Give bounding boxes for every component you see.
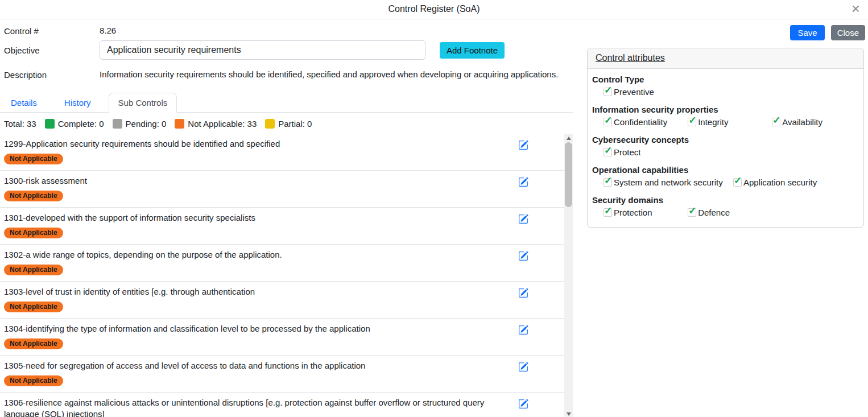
checkmark-icon: ✓ [604, 176, 612, 185]
legend-item: Complete: 0 [45, 119, 104, 129]
tab-sub-controls[interactable]: Sub Controls [109, 93, 177, 113]
checkmark-icon: ✓ [688, 206, 696, 216]
status-badge: Not Applicable [4, 265, 63, 275]
status-badge: Not Applicable [4, 228, 63, 238]
legend-item: Pending: 0 [113, 119, 167, 129]
attribute-items: ✓ Protection ✓ Defence [592, 208, 859, 217]
total-count: Total: 33 [4, 119, 36, 129]
sub-control-title: 1300-risk assessment [4, 175, 564, 187]
attribute-section-heading: Information security properties [592, 104, 859, 115]
checked-checkbox-icon[interactable]: ✓ [604, 148, 612, 156]
edit-icon[interactable] [518, 362, 528, 372]
control-number-value: 8.26 [100, 26, 116, 35]
description-label: Description [4, 69, 100, 80]
attribute-item-label: Defence [698, 208, 730, 217]
tab-details[interactable]: Details [1, 93, 47, 113]
legend-item: Partial: 0 [265, 119, 312, 129]
sub-controls-list: 1299-Application security requirements s… [0, 134, 573, 417]
attribute-item: ✓ Availability [772, 117, 846, 127]
checkmark-icon: ✓ [688, 115, 696, 125]
sub-control-row: 1301-developed with the support of infor… [0, 208, 564, 245]
scroll-up-icon[interactable] [564, 134, 573, 142]
sub-control-row: 1305-need for segregation of access and … [0, 356, 564, 393]
attribute-item-label: System and network security [614, 177, 723, 187]
attributes-panel-body: Control Type ✓ Preventive [588, 69, 863, 227]
attribute-items: ✓ Preventive [592, 87, 859, 97]
sub-control-row: 1302-a wide range of topics, depending o… [0, 245, 564, 282]
tab-history[interactable]: History [55, 93, 101, 113]
objective-input[interactable] [100, 40, 425, 60]
checked-checkbox-icon[interactable]: ✓ [604, 208, 612, 217]
attribute-section-heading: Security domains [592, 195, 859, 205]
close-button[interactable]: Close [831, 25, 865, 40]
attribute-item: ✓ System and network security [604, 177, 723, 187]
checked-checkbox-icon[interactable]: ✓ [688, 118, 696, 126]
modal-header: Control Register (SoA) × [0, 0, 868, 19]
sub-control-rows: 1299-Application security requirements s… [0, 134, 564, 417]
attributes-panel-header: Control attributes [588, 48, 863, 69]
checkmark-icon: ✓ [604, 115, 612, 125]
checked-checkbox-icon[interactable]: ✓ [604, 88, 612, 96]
edit-icon[interactable] [518, 251, 528, 261]
modal-body: Save Close Control # 8.26 Objective Add … [0, 19, 868, 417]
scroll-down-icon[interactable] [564, 410, 573, 417]
attribute-item-label: Protect [614, 147, 641, 157]
scrollbar[interactable] [564, 134, 573, 417]
attributes-panel-title: Control attributes [596, 53, 665, 63]
status-badge: Not Applicable [4, 191, 63, 201]
save-button[interactable]: Save [790, 25, 824, 40]
edit-icon[interactable] [518, 214, 528, 224]
attribute-item: ✓ Protect [604, 147, 677, 157]
modal-title: Control Register (SoA) [0, 0, 868, 18]
sub-control-title: 1301-developed with the support of infor… [4, 212, 564, 224]
edit-icon[interactable] [518, 140, 528, 150]
sub-control-title: 1303-level of trust in identity of entit… [4, 286, 564, 298]
status-badge: Not Applicable [4, 338, 63, 349]
sub-control-row: 1303-level of trust in identity of entit… [0, 282, 564, 319]
attribute-item: ✓ Confidentiality [604, 117, 677, 127]
status-color-icon [113, 119, 122, 129]
status-color-icon [45, 119, 55, 129]
top-actions: Save Close [790, 25, 865, 40]
sub-control-row: 1306-resilience against malicious attack… [0, 393, 564, 417]
add-footnote-button[interactable]: Add Footnote [440, 42, 505, 59]
legend-label: Pending: 0 [126, 119, 167, 129]
checkmark-icon: ✓ [604, 206, 612, 216]
sub-control-title: 1305-need for segregation of access and … [4, 360, 564, 371]
attribute-item-label: Application security [743, 177, 817, 187]
sub-control-row: 1299-Application security requirements s… [0, 134, 564, 171]
checked-checkbox-icon[interactable]: ✓ [688, 208, 696, 217]
sub-control-row: 1300-risk assessment Not Applicable [0, 171, 564, 208]
description-value: Information security requirements should… [100, 69, 558, 79]
checked-checkbox-icon[interactable]: ✓ [772, 118, 780, 126]
status-badge: Not Applicable [4, 154, 63, 164]
attribute-section: Security domains ✓ Protection [592, 195, 859, 217]
attribute-section: Cybersecurity concepts ✓ Protect [592, 134, 859, 157]
checked-checkbox-icon[interactable]: ✓ [604, 118, 612, 126]
checked-checkbox-icon[interactable]: ✓ [733, 178, 742, 187]
attribute-item-label: Protection [614, 208, 652, 217]
attribute-item-label: Confidentiality [614, 117, 667, 127]
edit-icon[interactable] [518, 288, 528, 298]
close-icon[interactable]: × [852, 0, 860, 18]
edit-icon[interactable] [518, 325, 528, 335]
sub-control-title: 1302-a wide range of topics, depending o… [4, 249, 564, 261]
legend-label: Partial: 0 [278, 119, 312, 129]
status-badge: Not Applicable [4, 302, 63, 312]
edit-icon[interactable] [518, 399, 528, 409]
legend-label: Complete: 0 [58, 119, 104, 129]
scrollbar-thumb[interactable] [565, 142, 572, 207]
status-legend: Total: 33 Complete: 0 Pending: 0 Not App… [0, 113, 573, 134]
sub-control-title: 1306-resilience against malicious attack… [4, 397, 564, 417]
edit-icon[interactable] [518, 177, 528, 187]
legend-items: Complete: 0 Pending: 0 Not Applicable: 3… [45, 119, 312, 129]
checked-checkbox-icon[interactable]: ✓ [604, 178, 612, 187]
attribute-item: ✓ Integrity [688, 117, 762, 127]
attribute-section: Information security properties ✓ Confid… [592, 104, 859, 127]
tab-bar: Details History Sub Controls [0, 93, 573, 113]
attribute-items: ✓ Confidentiality ✓ Integrity [592, 117, 859, 127]
attribute-item: ✓ Application security [733, 177, 817, 187]
attribute-section-heading: Cybersecurity concepts [592, 134, 859, 145]
status-badge: Not Applicable [4, 375, 63, 386]
checkmark-icon: ✓ [604, 85, 612, 95]
